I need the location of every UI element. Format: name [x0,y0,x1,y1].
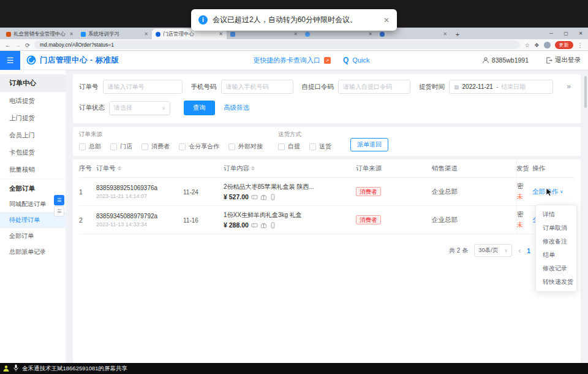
sidebar-toggle-button[interactable]: ☰ [0,51,20,70]
page-scrollbar[interactable] [584,76,587,108]
browser-tab-1[interactable]: 礼盒营销专业管理中心 ✕ [2,29,77,39]
checkbox-icon [79,143,86,150]
pickup-time-label: 提货时间 [419,83,445,91]
menu-item-edit-remark[interactable]: 修改备注 [536,235,576,248]
search-button[interactable]: 查询 [184,101,215,115]
checkbox-external[interactable]: 外部对接 [228,142,263,151]
close-icon[interactable]: ✕ [383,16,390,25]
app-logo-icon [26,55,36,65]
sidebar-group-all-orders[interactable]: 全部订单 [0,179,66,196]
sidebar-item-order-center[interactable]: 订单中心 [0,74,66,92]
checkbox-hq[interactable]: 总部 [79,142,101,151]
browser-profile-avatar[interactable] [544,42,551,48]
orders-table-panel: 序号 订单号 订单内容 订单来源 销售渠道 发货 操作 1 8385938925… [73,159,581,363]
sidebar-item-door-pickup[interactable]: 上门提货 [0,109,66,126]
quick-q-icon[interactable]: Q [343,56,349,64]
menu-item-close-order[interactable]: 结单 [536,248,576,262]
tab-close-icon[interactable]: ✕ [219,31,223,37]
menu-item-cancel-order[interactable]: 订单取消 [536,221,576,235]
browser-tab-2[interactable]: 系统培训学习 ✕ [77,29,152,39]
order-number: 83859389251069376a [96,185,183,191]
external-link-icon[interactable]: ↗ [324,57,331,64]
checkbox-self-pickup[interactable]: 自提 [278,142,300,151]
col-order-no[interactable]: 订单号 [96,164,183,173]
coupon-query-link[interactable]: 更快捷的券卡查询入口 [253,56,320,65]
browser-menu-kebab-icon[interactable]: ⋮ [578,42,584,48]
cell-index: 2 [79,216,96,224]
checkbox-consumer[interactable]: 消费者 [141,142,170,151]
forward-icon[interactable]: → [15,42,21,48]
browser-update-button[interactable]: 更新 [555,41,573,49]
menu-icon: ☰ [57,208,61,214]
order-source-checkboxes: 总部 门店 消费者 仓分享合作 外部对接 [79,142,272,151]
pickup-code-input[interactable] [338,80,410,94]
user-chip[interactable]: 8385wb1991 [482,56,529,64]
phone-input[interactable] [221,80,293,94]
extensions-icon[interactable]: ❖ [534,42,540,48]
maximize-icon[interactable]: ▢ [559,28,573,39]
menu-item-detail[interactable]: 详情 [536,208,576,221]
floating-tool-button[interactable]: ☰ [54,195,64,205]
url-omnibox[interactable]: md.maboy.cn/AllOrder?status=1 [34,40,520,49]
advanced-filter-link[interactable]: 高级筛选 [224,104,249,112]
tab-close-icon[interactable]: ✕ [443,31,447,37]
sidebar-item-all-orders[interactable]: 全部订单 [0,228,66,244]
back-icon[interactable]: ← [5,42,11,48]
date-range-picker[interactable]: ▦ 2022-11-21 - 结束日期 [449,80,553,94]
tab-close-icon[interactable]: ✕ [69,31,74,37]
quick-link-label[interactable]: Quick [352,56,369,64]
phone-label: 手机号码 [191,83,217,91]
collapse-filters-icon[interactable]: » [567,82,571,91]
tab-close-icon[interactable]: ✕ [144,31,148,37]
cell-pickup-time: 11-16 [183,216,224,224]
page-size-select[interactable]: 30条/页 ∨ [474,244,512,257]
page-size-value: 30条/页 [478,246,498,254]
order-price: ¥ 288.00 [224,221,249,229]
checkbox-store[interactable]: 门店 [110,142,132,151]
checkbox-warehouse-share[interactable]: 仓分享合作 [179,142,219,151]
toast-message: 会议已超过2人，自动转为60分钟限时会议。 [213,15,357,25]
sidebar-item-phone-pickup[interactable]: 电话提货 [0,92,66,109]
order-content-title: 2份精品大枣85苹果礼盒装 陕西... [224,183,349,191]
menu-item-express-ship[interactable]: 转快递发货 [536,275,576,289]
tab-close-icon[interactable]: ✕ [368,31,372,37]
menu-item-edit-records[interactable]: 修改记录 [536,262,576,275]
col-label: 订单内容 [224,164,249,173]
tab-favicon [6,32,11,37]
floating-menu-button[interactable]: ☰ [54,206,64,216]
logout-button[interactable]: 退出登录 [546,56,581,64]
sidebar-item-card-pickup[interactable]: 卡包提货 [0,143,66,161]
close-window-icon[interactable]: ✕ [573,28,588,39]
gift-icon [260,222,267,229]
bookmark-star-icon[interactable]: ☆ [524,42,530,48]
app-title: 门店管理中心 - 标准版 [40,55,119,66]
checkbox-delivery[interactable]: 送货 [309,142,331,151]
prev-page-button[interactable]: ‹ [518,246,521,255]
actions-dropdown-menu: 详情 订单取消 修改备注 结单 修改记录 转快递发货 [535,205,577,292]
order-status-select[interactable]: 请选择 ∨ [109,101,170,115]
col-content[interactable]: 订单内容 [224,164,356,173]
minimize-icon[interactable]: ─ [544,28,559,39]
dispatch-return-button[interactable]: 派单退回 [350,138,388,151]
brand: 门店管理中心 - 标准版 [26,55,119,66]
tab-title: 系统培训学习 [88,31,141,38]
cell-pickup-time: 11-24 [183,188,224,196]
sidebar-item-hq-dispatch-records[interactable]: 总部派单记录 [0,244,66,260]
tab-close-icon[interactable]: ✕ [293,31,298,37]
new-tab-button[interactable]: + [453,29,462,39]
table-row: 1 83859389251069376a 2023-11-21 14:14:07… [79,178,575,206]
current-page[interactable]: 1 [527,247,530,254]
order-number: 83859345088979792a [96,213,183,219]
sort-icon[interactable] [251,166,255,170]
sort-icon[interactable] [118,166,121,170]
order-no-input[interactable] [103,80,183,94]
cell-channel: 企业总部 [432,188,516,196]
sidebar: 订单中心 电话提货 上门提货 会员上门 卡包提货 批量核销 全部订单 同城配送订… [0,70,66,363]
sidebar-item-batch-verify[interactable]: 批量核销 [0,161,66,178]
source-filter-panel: 订单来源 总部 门店 消费者 仓分享合作 外部对接 送货方式 自提 送货 [73,127,581,156]
sidebar-item-member-pickup[interactable]: 会员上门 [0,126,66,143]
cell-source: 消费者 [356,215,432,224]
order-time: 2023-11-13 14:33:34 [96,221,183,227]
url-text: md.maboy.cn/AllOrder?status=1 [40,42,114,48]
refresh-icon[interactable]: ⟳ [25,42,30,48]
